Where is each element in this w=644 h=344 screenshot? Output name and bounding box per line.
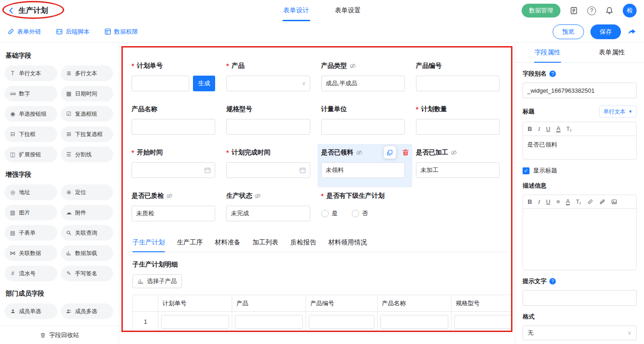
- palette-item-select[interactable]: ⊟下拉框: [5, 126, 57, 142]
- form-external-link[interactable]: 表单外链: [7, 28, 41, 36]
- checkbox-checked-icon[interactable]: ✓: [523, 167, 530, 174]
- palette-item-location[interactable]: ⊕定位: [61, 184, 114, 200]
- tab-form-properties[interactable]: 表单属性: [580, 42, 644, 62]
- processed-input[interactable]: [416, 162, 500, 178]
- form-doc-icon[interactable]: [570, 6, 578, 15]
- tab-production-process[interactable]: 生产工序: [177, 234, 203, 252]
- data-manage-button[interactable]: 数据管理: [522, 4, 560, 18]
- palette-item-extend-button[interactable]: ◫扩展按钮: [5, 147, 57, 162]
- palette-item-number[interactable]: 123数字: [5, 86, 57, 101]
- back-button[interactable]: [7, 6, 16, 15]
- backend-script-link[interactable]: 后端脚本: [56, 28, 90, 36]
- material-received-input[interactable]: [321, 162, 405, 178]
- notification-bell-icon[interactable]: [605, 6, 614, 15]
- tab-processing-list[interactable]: 加工列表: [253, 234, 278, 252]
- unlink-icon[interactable]: [599, 199, 605, 205]
- tab-form-design[interactable]: 表单设计: [283, 0, 309, 21]
- spec-model-input[interactable]: [226, 119, 310, 135]
- help-icon[interactable]: ?: [587, 6, 596, 15]
- field-unit[interactable]: 计量单位: [318, 101, 412, 144]
- tab-sub-production-plan[interactable]: 子生产计划: [132, 234, 165, 252]
- field-product-name[interactable]: 产品名称: [128, 101, 223, 144]
- field-quality-checked[interactable]: 是否已质检: [128, 187, 223, 231]
- align-icon[interactable]: ≡: [556, 198, 560, 205]
- underline-icon[interactable]: U: [546, 125, 550, 132]
- save-button[interactable]: 保存: [590, 24, 621, 39]
- row-product-input[interactable]: [235, 315, 303, 329]
- palette-item-member-single[interactable]: 成员单选: [5, 303, 57, 319]
- unit-input[interactable]: [321, 119, 405, 135]
- radio-option-yes[interactable]: 是: [321, 209, 338, 218]
- row-product-name-input[interactable]: [380, 315, 448, 329]
- format-select[interactable]: 无 ∨: [523, 326, 637, 340]
- description-editor-content[interactable]: [523, 209, 636, 270]
- field-alias-input[interactable]: [523, 83, 637, 98]
- palette-item-member-multi[interactable]: 成员多选: [61, 303, 114, 319]
- show-title-checkbox-row[interactable]: ✓ 显示标题: [523, 166, 637, 175]
- palette-item-attachment[interactable]: ☁附件: [61, 205, 114, 220]
- font-color-icon[interactable]: A: [556, 125, 560, 132]
- palette-item-checkbox-group[interactable]: ☑复选框组: [61, 106, 114, 122]
- title-type-select[interactable]: 单行文本 ▼: [599, 106, 637, 118]
- italic-icon[interactable]: I: [538, 125, 540, 133]
- hint-text-input[interactable]: [523, 290, 637, 306]
- generate-button[interactable]: 生成: [193, 76, 215, 91]
- palette-item-datetime[interactable]: ▦日期时间: [61, 86, 114, 101]
- image-icon[interactable]: [611, 199, 617, 205]
- share-icon[interactable]: [627, 27, 637, 36]
- copy-field-button[interactable]: [384, 146, 396, 159]
- plan-finish-time-input[interactable]: [226, 162, 310, 178]
- palette-item-multi-line-text[interactable]: ≣多行文本: [61, 65, 114, 81]
- italic-icon[interactable]: I: [538, 198, 540, 206]
- palette-item-address[interactable]: ◎地址: [5, 184, 57, 200]
- field-production-status[interactable]: 生产状态: [223, 187, 317, 231]
- tab-quality-report[interactable]: 质检报告: [290, 234, 316, 252]
- font-color-icon[interactable]: A: [566, 198, 570, 205]
- product-type-input[interactable]: [321, 76, 405, 91]
- delete-field-button[interactable]: [402, 148, 409, 156]
- palette-item-subform[interactable]: ▤子表单: [5, 225, 57, 241]
- field-plan-quantity[interactable]: *计划数量: [412, 101, 507, 144]
- field-has-sub-plan[interactable]: *是否有下级生产计划 是 否: [318, 187, 507, 231]
- palette-item-multi-select[interactable]: ⊞下拉复选框: [61, 126, 114, 142]
- palette-item-single-line-text[interactable]: T单行文本: [5, 65, 57, 81]
- field-start-time[interactable]: *开始时间: [128, 144, 223, 187]
- field-plan-number[interactable]: *计划单号 生成: [128, 57, 223, 101]
- preview-button[interactable]: 预览: [553, 24, 584, 39]
- palette-item-divider[interactable]: ☰分割线: [61, 147, 114, 162]
- field-plan-finish-time[interactable]: *计划完成时间: [223, 144, 317, 187]
- tab-form-settings[interactable]: 表单设置: [335, 0, 361, 21]
- plan-quantity-input[interactable]: [416, 119, 500, 135]
- row-spec-model-input[interactable]: [454, 315, 512, 329]
- tab-field-properties[interactable]: 字段属性: [515, 42, 580, 62]
- production-status-input[interactable]: [226, 206, 310, 221]
- help-icon[interactable]: ?: [549, 71, 556, 77]
- palette-item-signature[interactable]: ✎手写签名: [61, 266, 114, 281]
- radio-option-no[interactable]: 否: [352, 209, 368, 218]
- field-processed[interactable]: 是否已加工: [412, 144, 507, 187]
- palette-item-serial-number[interactable]: #流水号: [5, 266, 57, 281]
- font-size-icon[interactable]: T₁: [576, 199, 581, 205]
- data-permission-link[interactable]: 数据权限: [104, 28, 138, 36]
- bold-icon[interactable]: B: [528, 125, 532, 132]
- palette-item-data-load[interactable]: 数据加载: [61, 245, 114, 261]
- field-spec-model[interactable]: 规格型号: [223, 101, 317, 144]
- field-product[interactable]: *产品 ∨: [223, 57, 317, 101]
- row-product-code-input[interactable]: [309, 315, 374, 329]
- choose-sub-product-button[interactable]: 选择子产品: [132, 274, 182, 288]
- start-time-input[interactable]: [132, 162, 215, 178]
- field-material-received[interactable]: 是否已领料: [318, 144, 412, 187]
- tab-material-preparation[interactable]: 材料准备: [215, 234, 241, 252]
- palette-item-linked-data[interactable]: ⋈关联数据: [5, 245, 57, 261]
- underline-icon[interactable]: U: [546, 198, 550, 205]
- link-icon[interactable]: [587, 199, 593, 205]
- palette-item-radio-group[interactable]: ◉单选按钮组: [5, 106, 57, 122]
- tab-material-usage[interactable]: 材料领用情况: [328, 234, 367, 252]
- title-editor-content[interactable]: 是否已领料: [523, 136, 636, 159]
- field-product-code[interactable]: 产品编号: [412, 57, 507, 101]
- product-select[interactable]: [226, 76, 310, 91]
- palette-item-lookup[interactable]: 关联查询: [61, 225, 114, 241]
- product-code-input[interactable]: [416, 76, 500, 91]
- row-plan-number-input[interactable]: [161, 315, 229, 329]
- font-size-icon[interactable]: T₁: [566, 126, 572, 132]
